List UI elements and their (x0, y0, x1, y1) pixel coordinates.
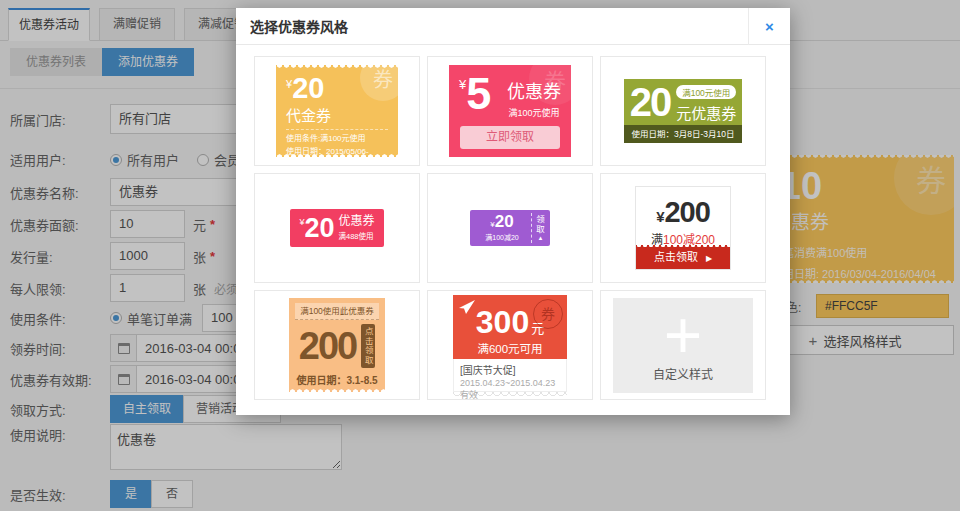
coupon-style-green[interactable]: 20 满100元使用 元优惠券 使用日期：3月8日-3月10日 (600, 56, 766, 166)
coupon-style-red-orange[interactable]: 券 300元 满600元可用 [国庆节大促] 2015.04.23~2015.0… (427, 290, 593, 400)
coupon-style-grid: 券 ¥20 代金券 使用条件:满100元使用 使用日期：2015/05/06-0… (236, 45, 790, 411)
coupon-style-yellow-cash[interactable]: 券 ¥20 代金券 使用条件:满100元使用 使用日期：2015/05/06-0… (254, 56, 420, 166)
coupon-style-pink-band[interactable]: ¥20 优惠券 满488使用 (254, 173, 420, 283)
coupon-style-white-red[interactable]: ¥200 满100减200 点击领取▶ (600, 173, 766, 283)
coupon-art: 满100使用此优惠券 200 点击领取 使用日期：3.1-8.5 (289, 298, 385, 392)
coupon-art: 券 300元 满600元可用 [国庆节大促] 2015.04.23~2015.0… (453, 295, 567, 396)
coupon-style-pink-claim[interactable]: 券 ¥5 优惠券 满100元使用 立即领取 (427, 56, 593, 166)
coupon-art: ¥20 优惠券 满488使用 (290, 209, 384, 247)
click-claim-badge: 点击领取 (361, 324, 375, 368)
coupon-style-modal: 选择优惠券风格 × 券 ¥20 代金券 使用条件:满100元使用 使用日期：20… (236, 8, 790, 415)
coupon-art: 券 ¥20 代金券 使用条件:满100元使用 使用日期：2015/05/06-0… (276, 65, 398, 157)
arrow-right-icon: ▶ (706, 254, 712, 263)
plus-icon: + (664, 309, 703, 361)
coupon-art: 20 满100元使用 元优惠券 使用日期：3月8日-3月10日 (624, 79, 742, 143)
screen: 优惠券活动 满赠促销 满减促销 抢购促销 优惠券列表 添加优惠券 所属门店: 所… (0, 0, 960, 511)
coupon-art: ¥200 满100减200 点击领取▶ (635, 186, 731, 270)
arrow-up-icon: ▲ (538, 235, 544, 241)
coupon-art: ¥20 满100减20 领取 ▲ (470, 210, 550, 246)
coupon-art: + 自定义样式 (613, 298, 753, 393)
coupon-style-peach[interactable]: 满100使用此优惠券 200 点击领取 使用日期：3.1-8.5 (254, 290, 420, 400)
coupon-style-custom[interactable]: + 自定义样式 (600, 290, 766, 400)
coupon-art: 券 ¥5 优惠券 满100元使用 立即领取 (449, 65, 571, 157)
click-claim-button: 点击领取▶ (636, 245, 730, 269)
paper-plane-icon (458, 300, 476, 319)
modal-title: 选择优惠券风格 (236, 16, 348, 36)
quan-stamp-icon: 券 (533, 299, 563, 329)
coupon-style-purple[interactable]: ¥20 满100减20 领取 ▲ (427, 173, 593, 283)
modal-header: 选择优惠券风格 × (236, 8, 790, 45)
claim-now-button: 立即领取 (460, 126, 560, 149)
close-icon[interactable]: × (748, 8, 790, 45)
